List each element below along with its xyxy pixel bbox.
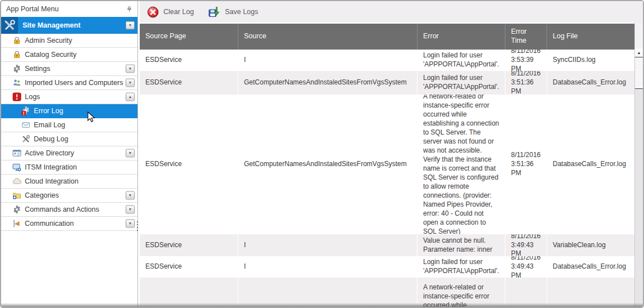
sidebar-item-label: Error Log [34,107,63,115]
table-row[interactable]: A network-related or instance-specific e… [140,278,634,307]
sidebar-item-communication[interactable]: Communication [1,217,137,231]
expander-button[interactable] [126,191,135,200]
sidebar-item-icon [21,135,30,144]
cell-log-file: DatabaseCalls_Error.log [547,95,634,234]
expander-button[interactable] [126,206,135,214]
sidebar-item-commands-and-actions[interactable]: Commands and Actions [1,203,137,217]
sidebar-item-settings[interactable]: Settings [1,62,137,76]
cell-source-page [140,278,238,307]
splitter-handle[interactable] [136,221,139,231]
sidebar-item-icon [12,149,21,158]
table-row[interactable]: ESDService GetComputerNamesAndInstaledSi… [140,95,634,234]
sidebar-item-iconbox [12,219,21,228]
toolbar-clear-log[interactable]: Clear Log [147,6,194,18]
expander-button[interactable] [126,65,135,73]
sidebar-item-active-directory[interactable]: Active Directory [1,146,137,160]
cell-source-page: ESDService [140,50,238,71]
sidebar-item-cloud-integration[interactable]: Cloud Integration [1,175,137,189]
table-row[interactable]: ESDService I Login failed for user 'APPP… [140,50,634,71]
sidebar-item-email-log[interactable]: Email Log [1,118,137,132]
expander-button[interactable] [126,79,135,87]
sidebar-item-label: Email Log [34,121,65,129]
sidebar-item-icon [3,19,16,32]
sidebar-item-icon [21,120,30,130]
cell-source-page: ESDService [140,71,238,95]
sidebar-item-iconbox [12,64,21,73]
sidebar-item-iconbox [1,17,18,34]
sidebar-item-imported-users-and-computers[interactable]: Imported Users and Computers [1,76,137,90]
cell-source: I [238,50,418,71]
sidebar-item-iconbox [12,50,21,59]
cell-error: A network-related or instance-specific e… [418,95,505,234]
expander-button[interactable] [126,149,135,158]
sidebar-item-debug-log[interactable]: Debug Log [1,132,137,146]
sidebar-item-label: Catalog Security [25,51,77,59]
sidebar-title: App Portal Menu [6,5,59,13]
cell-source: GetComputerNamesAndInstaledSitesFromVgsS… [238,71,418,95]
column-header-error[interactable]: Error [418,24,505,50]
sidebar-item-icon [12,191,21,200]
table-row[interactable]: ESDService I Value cannot be null. Param… [140,234,634,256]
expander-button[interactable] [126,93,135,101]
sidebar-item-site-management[interactable]: Site Management [1,17,137,34]
log-table: Source Page Source Error Error Time Log … [140,23,643,307]
cell-log-file: DatabaseCalls_Error.log [547,256,634,278]
column-header-error-time[interactable]: Error Time [505,24,547,50]
cell-log-file: VariableClean.log [547,234,634,256]
column-header-source-page[interactable]: Source Page [140,24,238,50]
sidebar-item-label: Logs [25,93,40,101]
table-row[interactable]: ESDService GetComputerNamesAndInstaledSi… [140,71,634,95]
toolbar-button-label: Clear Log [163,8,194,16]
sidebar-item-icon [12,177,21,186]
toolbar-button-icon [208,6,220,18]
cell-source-page: ESDService [140,234,238,256]
sidebar-item-iconbox [12,78,21,87]
sidebar-item-iconbox [12,163,21,172]
sidebar-item-iconbox [12,191,21,200]
sidebar-item-admin-security[interactable]: Admin Security [1,34,137,48]
expander-button[interactable] [126,21,135,30]
sidebar-header: App Portal Menu [1,1,137,17]
sidebar-item-icon [12,205,21,214]
app-window: App Portal Menu Site Management Admin Se… [0,0,644,308]
sidebar-item-icon [12,78,21,87]
scroll-up-button[interactable]: ▲ [635,48,643,57]
cell-log-file: SyncCIIDs.log [547,50,634,71]
cell-source-page: ESDService [140,256,238,278]
sidebar-menu: Site Management Admin Security Catalog S… [1,17,137,231]
sidebar-item-icon [12,36,21,45]
sidebar-item-logs[interactable]: Logs [1,90,137,104]
sidebar-item-categories[interactable]: Categories [1,189,137,203]
cell-source: GetComputerNamesAndInstaledSitesFromVgsS… [238,95,418,234]
column-header-source[interactable]: Source [238,24,418,50]
cell-error-time: 8/11/2016 3:51:36 PM [505,71,547,95]
cell-error-time: 8/11/2016 3:49:43 PM [505,234,547,256]
main-panel: Clear Log Save Logs Source Page Source E… [138,1,643,307]
expander-button[interactable] [126,220,135,228]
scrollbar-spacer [635,23,643,48]
sidebar-item-icon [12,163,21,172]
table-row[interactable]: ESDService I Login failed for user 'APPP… [140,256,634,278]
sidebar-item-label: Site Management [23,21,81,29]
sidebar-item-iconbox [12,205,21,214]
sidebar-item-label: Admin Security [25,37,72,44]
cell-source: I [238,234,418,256]
table-header-row: Source Page Source Error Error Time Log … [140,23,634,50]
toolbar-button-label: Save Logs [225,8,258,16]
sidebar-item-label: Categories [25,191,59,199]
sidebar-item-catalog-security[interactable]: Catalog Security [1,48,137,62]
sidebar-item-icon [21,106,30,115]
cell-error: Login failed for user 'APPPORTAL\AppPort… [418,50,505,71]
scrollbar-thumb[interactable] [635,57,643,89]
cell-error: Login failed for user 'APPPORTAL\AppPort… [418,71,505,95]
vertical-scrollbar[interactable]: ▲ [634,23,643,307]
toolbar-save-logs[interactable]: Save Logs [208,6,258,18]
sidebar-item-iconbox [12,92,21,101]
sidebar-item-iconbox [12,149,21,158]
toolbar-button-icon [147,6,159,18]
column-header-log-file[interactable]: Log File [547,24,634,50]
sidebar-item-iconbox [12,36,21,45]
sidebar-item-itsm-integration[interactable]: ITSM Integration [1,160,137,175]
pin-icon[interactable] [126,5,133,14]
sidebar-item-error-log[interactable]: Error Log [1,104,137,118]
